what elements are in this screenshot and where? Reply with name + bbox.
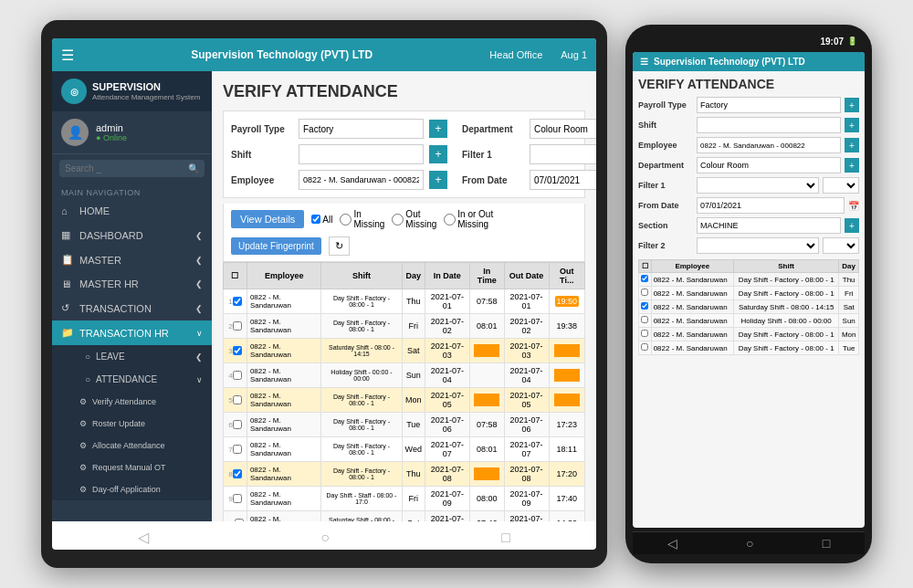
row-employee: 0822 - M. Sandaruwan [247, 388, 321, 413]
home-button[interactable]: ○ [320, 530, 330, 546]
gear-icon: ⚙ [79, 463, 87, 472]
refresh-button[interactable]: ↻ [329, 236, 350, 256]
in-missing-radio[interactable] [340, 214, 352, 226]
filter1-input[interactable] [530, 144, 596, 164]
out-missing-radio[interactable] [392, 214, 404, 226]
row-checkbox-cell: 5 [224, 388, 247, 413]
payroll-type-input[interactable] [299, 119, 424, 139]
in-or-out-missing-radio-label[interactable]: In or OutMissing [444, 209, 493, 229]
sidebar-search[interactable]: 🔍 [59, 160, 205, 177]
department-input[interactable] [530, 119, 596, 139]
sidebar-item-transaction-hr[interactable]: 📁 TRANSACTION HR ∨ [52, 320, 212, 345]
phone-recent-button[interactable]: □ [823, 536, 830, 551]
sidebar-item-master-hr[interactable]: 🖥 MASTER HR ❮ [52, 272, 212, 296]
row-in-time: 08:00 [469, 487, 504, 511]
row-checkbox-cell: 7 [224, 437, 247, 462]
phone-screen: ☰ Supervision Technology (PVT) LTD VERIF… [633, 52, 865, 528]
row-checkbox[interactable] [233, 494, 242, 503]
phone-row-employee: 0822 - M. Sandaruwan [651, 287, 733, 300]
phone-row-shift: Holiday Shift - 08:00 - 00:00 [733, 314, 838, 328]
row-checkbox[interactable] [233, 420, 242, 429]
row-shift: Day Shift - Factory - 08:00 - 1 [321, 289, 402, 314]
phone-row-checkbox[interactable] [641, 302, 648, 310]
tablet-navbar: ☰ Supervision Technology (PVT) LTD Head … [52, 38, 596, 71]
phone-row-checkbox[interactable] [641, 316, 648, 323]
phone-department-input[interactable] [697, 157, 841, 173]
sidebar-item-dashboard[interactable]: ▦ DASHBOARD ❮ [52, 223, 212, 247]
table-row: 6 0822 - M. Sandaruwan Day Shift - Facto… [224, 413, 585, 437]
chevron-down-icon: ∨ [196, 329, 203, 338]
back-button[interactable]: ◁ [138, 529, 149, 546]
row-checkbox[interactable] [233, 445, 242, 454]
phone-filter2-select2[interactable] [823, 237, 859, 254]
sidebar-item-manual-ot[interactable]: ⚙ Request Manual OT [52, 457, 212, 478]
phone-row-checkbox[interactable] [641, 330, 648, 337]
phone-payroll-input[interactable] [697, 97, 841, 113]
out-missing-radio-label[interactable]: OutMissing [392, 209, 436, 229]
in-or-out-missing-radio[interactable] [444, 214, 456, 226]
sidebar-item-transaction[interactable]: ↺ TRANSACTION ❮ [52, 296, 212, 320]
phone-section-input[interactable] [697, 217, 841, 234]
update-fingerprint-button[interactable]: Update Fingerprint [231, 237, 321, 255]
employee-add-button[interactable]: + [429, 171, 447, 189]
col-employee: Employee [247, 263, 321, 289]
avatar: 👤 [61, 119, 89, 146]
payroll-type-add-button[interactable]: + [429, 120, 447, 138]
phone-row-checkbox[interactable] [641, 275, 648, 282]
phone-shift-input[interactable] [697, 117, 841, 133]
phone-filter1-select[interactable] [697, 177, 819, 194]
table-row: 2 0822 - M. Sandaruwan Day Shift - Facto… [224, 314, 585, 339]
row-checkbox-cell: 9 [224, 487, 247, 511]
phone-home-button[interactable]: ○ [746, 536, 753, 551]
shift-row: Shift + [231, 144, 447, 164]
phone-row-checkbox[interactable] [641, 289, 648, 296]
row-checkbox[interactable] [233, 321, 242, 331]
phone-department-add-button[interactable]: + [845, 158, 859, 173]
row-checkbox[interactable] [233, 469, 242, 478]
sidebar-item-dayoff[interactable]: ⚙ Day-off Application [52, 478, 212, 500]
shift-add-button[interactable]: + [429, 145, 447, 163]
col-out-time: Out Ti... [549, 263, 584, 289]
row-checkbox[interactable] [233, 395, 242, 404]
hamburger-icon[interactable]: ☰ [61, 47, 74, 64]
row-in-date: 2021-07-01 [425, 289, 469, 314]
sidebar-item-leave[interactable]: ○ LEAVE ❮ [52, 345, 212, 368]
phone-col-employee: Employee [651, 260, 733, 273]
all-checkbox[interactable] [311, 215, 320, 224]
shift-input[interactable] [299, 144, 424, 164]
all-radio-label[interactable]: All [311, 215, 332, 225]
view-details-button[interactable]: View Details [231, 210, 304, 228]
phone-fromdate-input[interactable] [697, 197, 845, 214]
phone-section-add-button[interactable]: + [845, 218, 859, 233]
employee-label: Employee [231, 175, 293, 185]
sidebar-item-home[interactable]: ⌂ HOME [52, 199, 212, 223]
phone-row-checkbox[interactable] [641, 343, 648, 351]
phone-hamburger-icon[interactable]: ☰ [640, 57, 648, 67]
phone-employee-add-button[interactable]: + [845, 138, 859, 152]
phone-shift-add-button[interactable]: + [845, 118, 859, 132]
sidebar-item-attendance[interactable]: ○ ATTENDANCE ∨ [52, 368, 212, 391]
phone-filter1-select2[interactable] [823, 177, 859, 194]
phone-filter2-select[interactable] [697, 237, 819, 254]
row-out-date: 2021-07-03 [504, 339, 549, 363]
row-checkbox-cell: 1 [224, 289, 247, 314]
row-in-time [469, 339, 504, 363]
phone-employee-input[interactable] [697, 137, 841, 153]
search-input[interactable] [65, 163, 188, 173]
in-missing-radio-label[interactable]: InMissing [340, 209, 384, 229]
sidebar-item-roster-update[interactable]: ⚙ Roster Update [52, 413, 212, 435]
recent-button[interactable]: □ [501, 530, 510, 546]
phone-payroll-add-button[interactable]: + [845, 98, 859, 112]
row-checkbox[interactable] [233, 297, 242, 306]
col-in-time: In Time [469, 263, 504, 289]
row-in-time: 08:01 [469, 437, 504, 462]
from-date-input[interactable] [530, 170, 596, 190]
phone-back-button[interactable]: ◁ [667, 536, 677, 551]
employee-input[interactable] [299, 170, 424, 190]
row-checkbox-cell: 4 [224, 363, 247, 388]
sidebar-item-allocate-attendance[interactable]: ⚙ Allocate Attendance [52, 435, 212, 457]
row-checkbox[interactable] [233, 371, 242, 380]
sidebar-item-master[interactable]: 📋 MASTER ❮ [52, 247, 212, 272]
sidebar-item-verify-attendance[interactable]: ⚙ Verify Attendance [52, 391, 212, 413]
row-checkbox[interactable] [233, 346, 242, 355]
